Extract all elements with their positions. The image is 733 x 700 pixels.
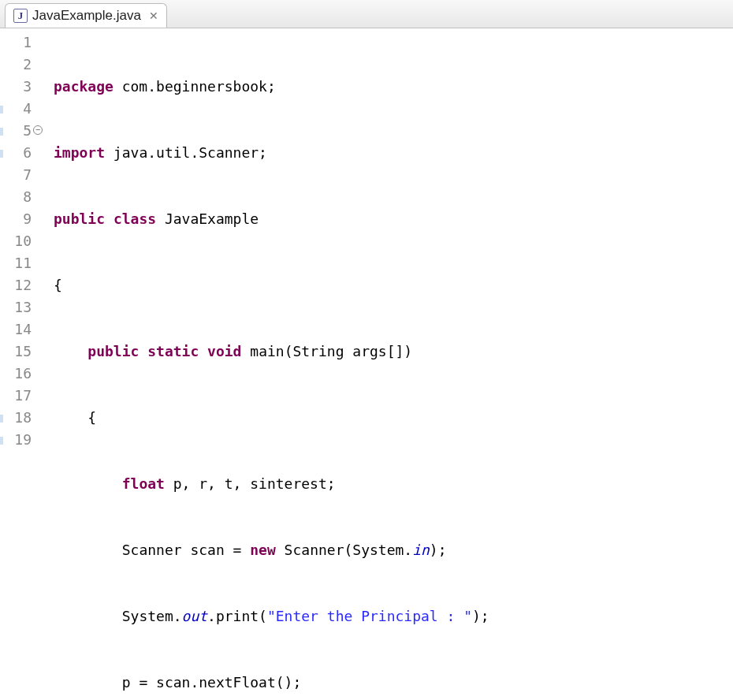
code-content[interactable]: package com.beginnersbook; import java.u… [39, 32, 733, 700]
code-line: System.out.print("Enter the Principal : … [54, 605, 733, 627]
fold-toggle-icon[interactable]: − [33, 125, 43, 135]
line-number: 11 [0, 252, 32, 274]
code-line: { [54, 274, 733, 296]
line-number: 6 [0, 142, 32, 164]
line-number: 19 [0, 429, 32, 451]
editor-tab-bar: J JavaExample.java ✕ [0, 0, 733, 28]
code-line: import java.util.Scanner; [54, 142, 733, 164]
line-number-gutter: 1 2 3 4 5− 6 7 8 9 10 11 12 13 14 15 16 … [0, 32, 39, 700]
line-number: 18 [0, 407, 32, 429]
code-line: { [54, 407, 733, 429]
line-number: 10 [0, 230, 32, 252]
line-number: 8 [0, 186, 32, 208]
java-file-icon: J [13, 9, 28, 23]
editor-tab-javaexample[interactable]: J JavaExample.java ✕ [5, 3, 167, 28]
line-number: 4 [0, 98, 32, 120]
code-line: p = scan.nextFloat(); [54, 672, 733, 694]
line-number: 9 [0, 208, 32, 230]
code-line: package com.beginnersbook; [54, 76, 733, 98]
line-number: 16 [0, 363, 32, 385]
line-number: 2 [0, 54, 32, 76]
line-number: 5− [0, 120, 32, 142]
editor-pane: J JavaExample.java ✕ 1 2 3 4 5− 6 7 8 9 … [0, 0, 733, 700]
code-editor[interactable]: 1 2 3 4 5− 6 7 8 9 10 11 12 13 14 15 16 … [0, 28, 733, 700]
editor-tab-label: JavaExample.java [32, 8, 141, 24]
line-number: 1 [0, 32, 32, 54]
line-number: 13 [0, 296, 32, 318]
code-line: float p, r, t, sinterest; [54, 473, 733, 495]
line-number: 3 [0, 76, 32, 98]
line-number: 7 [0, 164, 32, 186]
close-icon[interactable]: ✕ [149, 9, 158, 22]
code-line: public static void main(String args[]) [54, 341, 733, 363]
line-number: 17 [0, 385, 32, 407]
code-line: public class JavaExample [54, 208, 733, 230]
line-number: 15 [0, 341, 32, 363]
code-line: Scanner scan = new Scanner(System.in); [54, 539, 733, 561]
line-number: 14 [0, 318, 32, 341]
line-number: 12 [0, 274, 32, 296]
